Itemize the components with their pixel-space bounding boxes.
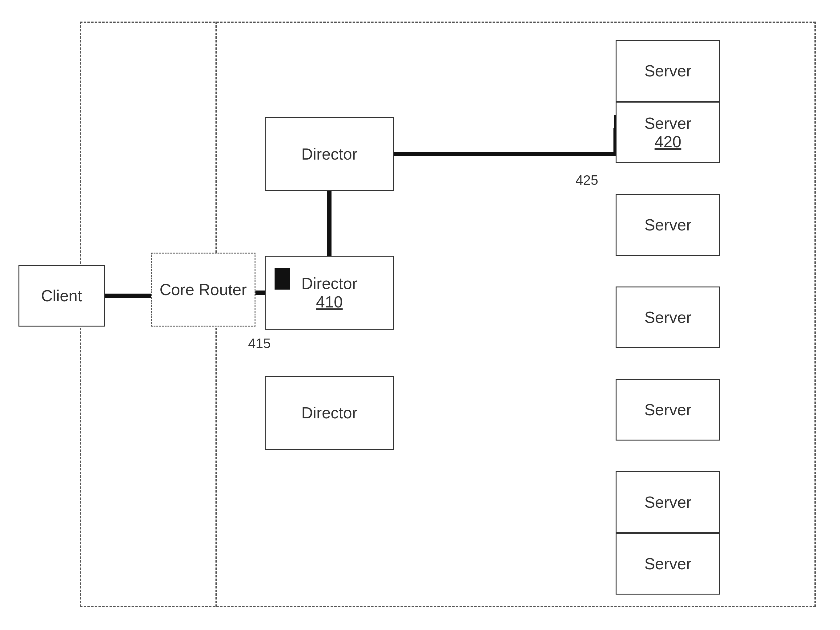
server-7-label: Server: [644, 554, 692, 573]
server-3-label: Server: [644, 216, 692, 234]
server-3-box: Server: [616, 194, 720, 256]
connector-415: [275, 268, 290, 290]
diagram-container: Client Core Router Director Director 410…: [12, 12, 828, 618]
client-box: Client: [19, 265, 105, 326]
server-6-box: Server: [616, 471, 720, 533]
server-5-box: Server: [616, 379, 720, 440]
server-4-label: Server: [644, 308, 692, 326]
core-router-box: Core Router: [151, 253, 256, 326]
server-6-label: Server: [644, 493, 692, 511]
server-7-box: Server: [616, 533, 720, 595]
server-420-line1: Server: [644, 114, 692, 133]
director-410-line2: 410: [316, 293, 343, 311]
server-1-box: Server: [616, 40, 720, 102]
director-bottom-label: Director: [302, 404, 357, 422]
label-425: 425: [576, 173, 598, 188]
server-420-line2: 420: [655, 133, 682, 151]
director-top-box: Director: [265, 117, 394, 191]
server-5-label: Server: [644, 400, 692, 419]
director-bottom-box: Director: [265, 376, 394, 450]
director-top-label: Director: [302, 145, 357, 163]
client-label: Client: [41, 287, 82, 305]
server-4-box: Server: [616, 287, 720, 348]
director-410-line1: Director: [302, 274, 357, 293]
director-410-box: Director 410: [265, 256, 394, 330]
server-1-label: Server: [644, 62, 692, 80]
label-415: 415: [248, 336, 270, 351]
server-420-box: Server 420: [616, 102, 720, 163]
core-router-label: Core Router: [159, 280, 246, 299]
